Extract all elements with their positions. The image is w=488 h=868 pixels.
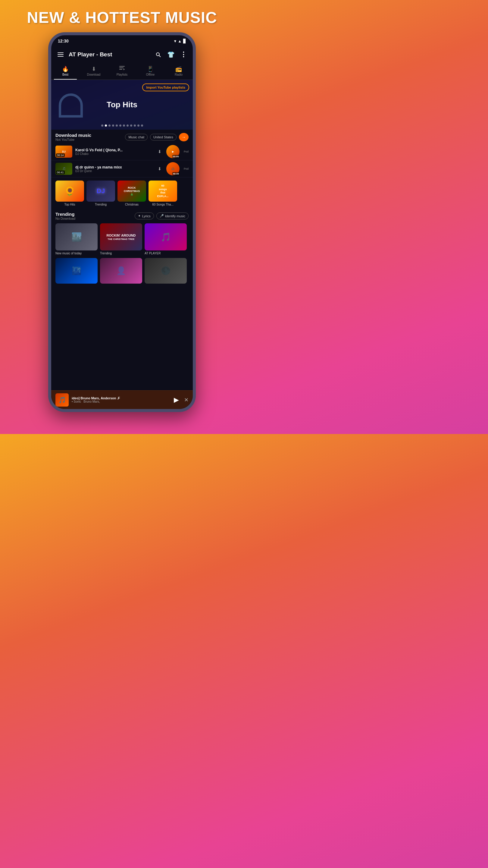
main-content: Import YouTube playlists Top Hits xyxy=(51,80,193,409)
track-1-time-badge: 36:14 xyxy=(56,153,65,157)
trend-card2-woman[interactable]: 👤 xyxy=(100,258,142,284)
tab-offline[interactable]: 📱 Offline xyxy=(136,62,164,80)
tab-offline-icon: 📱 xyxy=(147,66,154,72)
more-icon[interactable]: ⋮ xyxy=(179,50,188,59)
track-1-thumbnail: DJ 36:14 xyxy=(56,146,72,158)
wifi-icon: ▾ xyxy=(174,39,176,43)
time-display: 12:30 xyxy=(58,38,69,43)
track-2-thumbnail: 🎵 06:41 xyxy=(56,163,72,175)
trend-card-atplayer[interactable]: 🎵 AT PLAYER xyxy=(144,223,187,255)
trend-card-trending[interactable]: ROCKIN' AROUND THE CHRISTMAS TREE Trendi… xyxy=(100,223,142,255)
mini-player-prefix: • Sonic xyxy=(72,400,81,403)
trending-cards-row-2: 🌃 👤 🌑 xyxy=(51,257,193,285)
tab-best[interactable]: 🔥 Best xyxy=(51,62,79,80)
download-section-title: Download music xyxy=(56,133,123,138)
tab-playlists[interactable]: Playlists xyxy=(108,62,136,80)
card-christmas[interactable]: ROCKCHRISTMAS🎄 Christmas xyxy=(118,181,146,206)
track-2-artist: DJ Dr Quinn xyxy=(75,169,155,173)
trend-card2-neon[interactable]: 🌃 xyxy=(56,258,98,284)
menu-icon[interactable] xyxy=(56,50,65,59)
track-2-download-icon[interactable]: ⬇ xyxy=(158,166,161,171)
home-indicator xyxy=(51,409,193,412)
track-2-info: dj dr quinn - ya mama mixx DJ Dr Quinn xyxy=(75,165,155,173)
trending-section-header: Trending No Download ✦ Lyrics 🎤 Identify… xyxy=(51,209,193,221)
shirt-icon[interactable]: 👕 xyxy=(166,50,175,59)
dot-5 xyxy=(119,124,121,127)
track-1-right-thumb: ▶ 00:00 xyxy=(166,145,180,158)
svg-rect-1 xyxy=(58,54,64,55)
mini-play-button[interactable]: ▶ xyxy=(171,395,181,405)
dot-8 xyxy=(130,124,132,127)
trending-cards-row: 🏙️ New music of today ROCKIN' AROUND THE… xyxy=(51,221,193,257)
track-2-name: dj dr quinn - ya mama mixx xyxy=(75,165,155,169)
track-1-right-label: Pod xyxy=(184,150,189,153)
trending-subtitle: No Download xyxy=(56,217,132,220)
dot-6 xyxy=(123,124,125,127)
tab-radio-icon: 📻 xyxy=(175,66,182,72)
tab-best-label: Best xyxy=(62,73,68,76)
tab-playlists-icon xyxy=(119,66,125,72)
mini-player-info: ideo] Bruno Mars, Anderson .F • Sonic Br… xyxy=(72,396,168,403)
track-1-download-icon[interactable]: ⬇ xyxy=(158,149,161,154)
tab-bar: 🔥 Best ⬇ Download Playlists 📱 Offline 📻 xyxy=(51,62,193,80)
card-60songs[interactable]: 60songsthatEXPLA... 60 Songs Tha... xyxy=(149,181,177,206)
dot-11 xyxy=(141,124,143,127)
tab-download-icon: ⬇ xyxy=(92,66,96,72)
tab-download[interactable]: ⬇ Download xyxy=(79,62,108,80)
track-2-right-thumb: 🎧 48:38 xyxy=(166,162,180,176)
card-trending[interactable]: DJ Trending xyxy=(87,181,115,206)
dot-1 xyxy=(105,124,107,127)
hero-title: Top Hits xyxy=(107,100,137,110)
card-christmas-label: Christmas xyxy=(118,203,146,206)
signal-icon: ▲ xyxy=(178,39,182,43)
page-headline: NEW & HOTTEST MUSIC xyxy=(27,9,217,26)
dot-9 xyxy=(134,124,136,127)
mini-player-track: ideo] Bruno Mars, Anderson .F xyxy=(72,396,168,400)
trend-card2-shadow[interactable]: 🌑 xyxy=(144,258,187,284)
card-top-hits-label: Top Hits xyxy=(56,203,84,206)
trend-card-trending-label: Trending xyxy=(100,252,142,255)
track-1-artist: DJ Chako xyxy=(75,152,155,156)
status-bar: 12:30 ▾ ▲ ▊ xyxy=(51,35,193,47)
arrow-button[interactable]: → xyxy=(179,133,189,141)
download-section-header: Download music Not YouTube Music chat Un… xyxy=(51,130,193,143)
app-title: AT Player - Best xyxy=(69,51,150,58)
tab-radio-label: Radio xyxy=(175,73,183,76)
track-2-right-time: 48:38 xyxy=(172,172,180,176)
svg-rect-7 xyxy=(119,69,122,70)
svg-rect-0 xyxy=(58,53,64,53)
download-section-subtitle: Not YouTube xyxy=(56,138,123,141)
trending-title: Trending xyxy=(56,212,132,217)
track-2-right-label: Pod xyxy=(184,167,189,170)
app-header: AT Player - Best 👕 ⋮ xyxy=(51,47,193,62)
lyrics-button[interactable]: ✦ Lyrics xyxy=(135,213,154,219)
mini-player-thumbnail: 🎵 xyxy=(56,393,69,407)
tab-radio[interactable]: 📻 Radio xyxy=(164,62,193,80)
dot-4 xyxy=(116,124,118,127)
svg-rect-5 xyxy=(119,66,125,67)
region-button[interactable]: United States xyxy=(150,134,176,141)
card-trending-label: Trending xyxy=(87,203,115,206)
search-icon[interactable] xyxy=(154,50,163,59)
trend-card-new-music[interactable]: 🏙️ New music of today xyxy=(56,223,98,255)
battery-icon: ▊ xyxy=(183,39,186,43)
dot-2 xyxy=(108,124,110,127)
mini-player-artist: Bruno Mars, xyxy=(84,400,100,403)
trend-card-atplayer-label: AT PLAYER xyxy=(144,252,187,255)
svg-rect-2 xyxy=(58,56,64,57)
card-60songs-label: 60 Songs Tha... xyxy=(149,203,177,206)
dot-10 xyxy=(137,124,139,127)
phone-frame: 12:30 ▾ ▲ ▊ AT Player - Best 👕 ⋮ 🔥 xyxy=(48,32,196,412)
microphone-icon: 🎤 xyxy=(160,214,164,218)
track-1-right-time: 00:00 xyxy=(172,155,180,158)
track-2-time-badge: 06:41 xyxy=(56,170,65,174)
music-chat-button[interactable]: Music chat xyxy=(125,134,148,141)
mini-close-button[interactable]: ✕ xyxy=(184,397,189,403)
track-1-name: Karol G Vs Feid ( Qlona, P... xyxy=(75,148,155,152)
identify-music-button[interactable]: 🎤 Identify music xyxy=(156,213,189,219)
track-row-2: 🎵 06:41 dj dr quinn - ya mama mixx DJ Dr… xyxy=(51,160,193,178)
tab-offline-label: Offline xyxy=(146,73,155,76)
import-youtube-button[interactable]: Import YouTube playlists xyxy=(142,84,189,91)
card-top-hits[interactable]: 🌻 Top Hits xyxy=(56,181,84,206)
home-bar xyxy=(104,411,140,412)
